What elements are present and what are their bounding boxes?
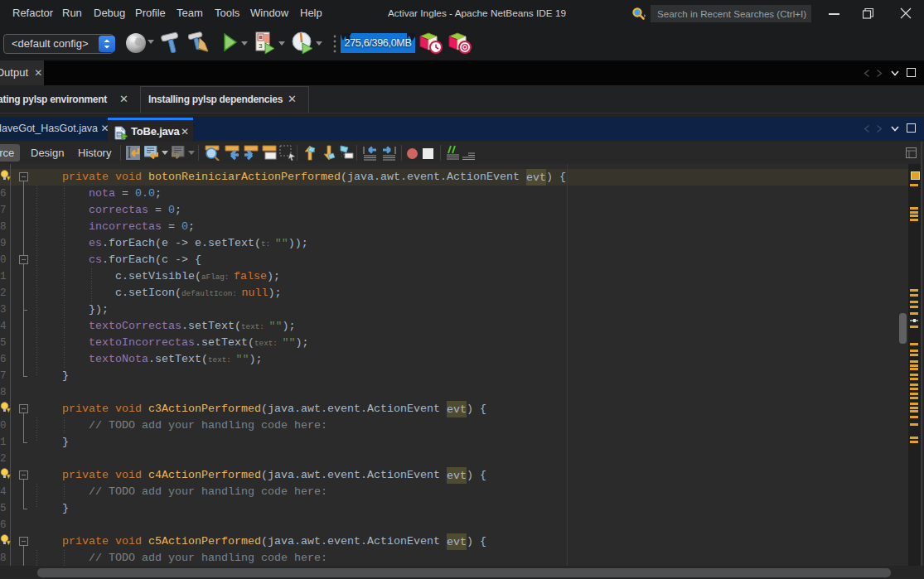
svg-text:3: 3 (259, 42, 263, 50)
